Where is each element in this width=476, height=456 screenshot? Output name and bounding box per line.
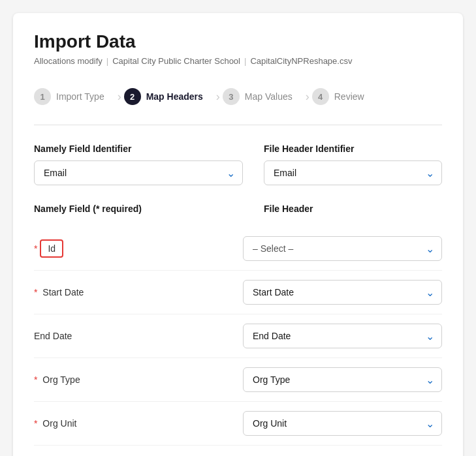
field-name-org-type-text: Org Type [40, 374, 80, 385]
required-star-org-unit: * [34, 418, 37, 429]
field-row-org-unit: * Org Unit Org Unit ⌄ [34, 402, 442, 446]
step-sep-3: › [303, 90, 312, 104]
field-mapping-table: * Id – Select – ⌄ * Start Date [34, 227, 442, 446]
field-name-end-date: End Date [34, 331, 222, 341]
field-name-start-date: * Start Date [34, 287, 222, 297]
steps-row: 1 Import Type › 2 Map Headers › 3 Map Va… [34, 82, 442, 112]
step-circle-2: 2 [124, 88, 141, 105]
step-review[interactable]: 4 Review [312, 82, 375, 112]
field-select-org-unit-select-wrapper: Org Unit ⌄ [243, 411, 442, 436]
file-header-identifier-wrapper: Email ⌄ [264, 160, 442, 185]
mapping-headers-row: Namely Field (* required) File Header [34, 204, 442, 214]
file-header-header: File Header [264, 204, 442, 214]
required-star-org-type: * [34, 374, 37, 385]
field-name-org-unit-text: Org Unit [40, 418, 76, 429]
field-select-start-date[interactable]: Start Date [243, 280, 442, 305]
identifier-selects-row: Email ⌄ Email ⌄ [34, 160, 442, 185]
field-row-id: * Id – Select – ⌄ [34, 227, 442, 271]
file-header-identifier-header: File Header Identifier [264, 144, 442, 154]
field-select-id[interactable]: – Select – [243, 236, 442, 261]
field-row-start-date: * Start Date Start Date ⌄ [34, 271, 442, 314]
step-divider [34, 125, 442, 125]
required-star-start-date: * [34, 287, 37, 297]
breadcrumb-part3: CapitalCityNPReshape.csv [250, 56, 352, 66]
breadcrumb-sep1: | [106, 56, 108, 66]
field-select-start-date-select-wrapper: Start Date ⌄ [243, 280, 442, 305]
step-map-headers[interactable]: 2 Map Headers [124, 82, 214, 112]
field-select-id-wrapper: – Select – ⌄ [243, 236, 442, 261]
required-star-id: * [34, 243, 37, 254]
field-row-org-type: * Org Type Org Type ⌄ [34, 358, 442, 402]
field-select-end-date-wrapper: End Date ⌄ [243, 324, 442, 348]
identifier-headers-row: Namely Field Identifier File Header Iden… [34, 144, 442, 154]
field-name-org-unit: * Org Unit [34, 418, 222, 429]
field-select-end-date[interactable]: End Date [243, 324, 442, 348]
breadcrumb-sep2: | [244, 56, 246, 66]
namely-field-identifier-header: Namely Field Identifier [34, 144, 243, 154]
step-label-3: Map Values [245, 91, 293, 102]
field-select-org-unit[interactable]: Org Unit [243, 411, 442, 436]
field-select-end-date-select-wrapper: End Date ⌄ [243, 324, 442, 348]
step-circle-1: 1 [34, 88, 51, 105]
step-sep-1: › [115, 90, 124, 104]
field-name-org-type: * Org Type [34, 374, 222, 385]
breadcrumb-part1: Allocations modify [34, 56, 103, 66]
field-row-end-date: End Date End Date ⌄ [34, 314, 442, 358]
namely-field-identifier-select[interactable]: Email [34, 160, 243, 185]
step-sep-2: › [214, 90, 223, 104]
main-card: Import Data Allocations modify | Capital… [13, 13, 463, 456]
field-select-start-date-wrapper: Start Date ⌄ [243, 280, 442, 305]
step-label-1: Import Type [56, 91, 104, 102]
field-name-id: * Id [34, 239, 222, 258]
file-header-identifier-select[interactable]: Email [264, 160, 442, 185]
field-select-org-type[interactable]: Org Type [243, 367, 442, 392]
field-name-id-text: Id [40, 239, 63, 258]
step-label-2: Map Headers [146, 91, 203, 102]
field-select-org-unit-wrapper: Org Unit ⌄ [243, 411, 442, 436]
step-import-type[interactable]: 1 Import Type [34, 82, 115, 112]
step-label-4: Review [334, 91, 364, 102]
field-name-start-date-text: Start Date [40, 287, 84, 297]
namely-field-identifier-wrapper: Email ⌄ [34, 160, 243, 185]
field-name-end-date-text: End Date [34, 331, 72, 341]
breadcrumb: Allocations modify | Capital City Public… [34, 56, 442, 66]
namely-field-header: Namely Field (* required) [34, 204, 243, 214]
field-select-org-type-wrapper: Org Type ⌄ [243, 367, 442, 392]
step-map-values[interactable]: 3 Map Values [223, 82, 303, 112]
step-circle-4: 4 [312, 88, 329, 105]
page-title: Import Data [34, 31, 442, 52]
field-select-id-select-wrapper: – Select – ⌄ [243, 236, 442, 261]
breadcrumb-part2: Capital City Public Charter School [112, 56, 240, 66]
step-circle-3: 3 [223, 88, 240, 105]
field-select-org-type-select-wrapper: Org Type ⌄ [243, 367, 442, 392]
